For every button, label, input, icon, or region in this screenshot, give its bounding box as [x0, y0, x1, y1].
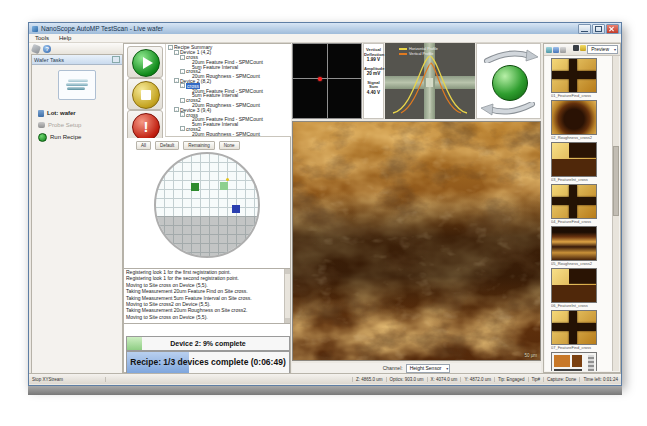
status-segment: Y: 4872.0 um — [460, 377, 494, 382]
thumbnail-caption: 06_FeatureInt_cross — [551, 303, 595, 308]
thumbnail-image-cross[interactable] — [551, 310, 597, 345]
tree-expander-icon[interactable]: - — [180, 69, 185, 74]
wafer-cell-done[interactable] — [191, 183, 199, 191]
detector-crosshair-vertical — [327, 44, 328, 118]
thumbnail-scrollbar[interactable] — [612, 56, 619, 371]
tree-expander-icon[interactable]: - — [180, 112, 185, 117]
view-gold-icon[interactable] — [580, 45, 586, 51]
amplitude-value: 20 mV — [364, 71, 383, 77]
status-left: Stop XYStream — [29, 377, 106, 382]
recipe-summary-tree[interactable]: -Recipe Summary -Device 1 (4,2) -cross 2… — [165, 44, 291, 137]
wafer-cassette-icon — [66, 79, 88, 91]
thumbnail-item[interactable]: 03_FeatureInt_cross — [551, 142, 595, 182]
grid-icon[interactable] — [560, 47, 566, 53]
detector-crosshair-horizontal — [293, 78, 361, 79]
thumbnail-item[interactable]: 05_Roughness_cross2 — [551, 226, 595, 266]
wafer-select-all-button[interactable]: All — [136, 141, 151, 150]
stage-navigation-control — [476, 43, 541, 119]
lot-icon — [38, 110, 44, 117]
wafer-map[interactable] — [154, 152, 260, 258]
status-segment: Optics: 903.0 um — [386, 377, 427, 382]
menu-help[interactable]: Help — [55, 35, 75, 41]
tree-expander-icon[interactable]: - — [180, 83, 185, 88]
thumbnail-caption: 04_FeatureFind_cross — [551, 219, 595, 224]
channel-label: Channel: — [383, 365, 403, 371]
settings-icon[interactable] — [31, 43, 41, 53]
vertical-deflection-label: Vertical Deflection — [364, 48, 383, 57]
status-bar: Stop XYStream Z: 4865.0 um Optics: 903.0… — [29, 373, 621, 384]
thumbnail-caption: 07_FeatureFind_cross — [551, 345, 595, 350]
log-scrollbar[interactable] — [284, 269, 290, 323]
camera-icon[interactable] — [553, 47, 559, 53]
layout-icon[interactable] — [546, 47, 552, 53]
task-item-lot[interactable]: Lot: wafer — [32, 107, 122, 119]
app-window: NanoScope AutoMP TestScan - Live wafer T… — [28, 22, 622, 386]
recipe-progress-bar: Recipe: 1/3 devices complete (0:06:49) — [126, 351, 290, 374]
tree-expander-icon[interactable]: - — [180, 126, 185, 131]
play-icon — [132, 49, 160, 77]
close-button[interactable] — [606, 24, 619, 34]
tree-expander-icon[interactable]: - — [174, 107, 179, 112]
thumbnail-item[interactable]: 04_FeatureFind_cross — [551, 184, 595, 224]
wafer-tasks-panel: Wafer Tasks Lot: wafer Probe Setup Run R… — [31, 54, 123, 375]
tree-expander-icon[interactable]: - — [174, 78, 179, 83]
rotate-right-arrow-icon[interactable] — [482, 48, 538, 63]
status-segment: Time left: 0:01:24 — [579, 377, 621, 382]
preview-panel: Preview 01_FeatureFind_cross 02_Roughnes… — [543, 43, 621, 373]
thumbnail-image-bands[interactable] — [551, 226, 597, 261]
rotate-left-arrow-icon[interactable] — [481, 102, 537, 117]
thumbnail-image-step[interactable] — [551, 142, 597, 177]
thumbnail-image-report[interactable] — [551, 352, 597, 371]
vertical-deflection-value: 1.99 V — [364, 57, 383, 63]
tree-expander-icon[interactable]: - — [174, 50, 179, 55]
wafer-cell-in-progress[interactable] — [220, 182, 228, 190]
wafer-cassette-button[interactable] — [58, 70, 96, 100]
thumbnail-image-cross[interactable] — [551, 184, 597, 219]
thumbnail-item[interactable]: 08_Recipe_Report — [551, 352, 595, 371]
tree-expander-icon[interactable]: - — [168, 45, 173, 50]
preview-mode-select[interactable]: Preview — [587, 45, 618, 54]
tree-expander-icon[interactable]: - — [180, 55, 185, 60]
collapse-panel-icon[interactable] — [112, 56, 120, 63]
tree-row[interactable]: 20um Roughness - SPMCount — [166, 131, 291, 136]
laser-spot — [318, 77, 322, 81]
wafer-current-marker — [226, 178, 229, 181]
channel-select[interactable]: Height Sensor — [406, 364, 451, 373]
wafer-select-default-button[interactable]: Default — [155, 141, 179, 150]
menu-tools[interactable]: Tools — [31, 35, 53, 41]
taskbar[interactable] — [28, 386, 622, 395]
device-progress-label: Device 2: 9% complete — [127, 337, 289, 350]
help-icon[interactable] — [43, 45, 51, 53]
activity-log[interactable]: Registering look 1 for the first registr… — [124, 268, 290, 324]
scrollbar-thumb[interactable] — [613, 146, 619, 216]
stop-button[interactable] — [127, 78, 163, 110]
thumbnail-image-step[interactable] — [551, 268, 597, 303]
maximize-button[interactable] — [592, 24, 605, 34]
task-item-run-recipe[interactable]: Run Recipe — [32, 131, 122, 143]
play-button[interactable] — [127, 46, 163, 78]
thumbnail-image-cross[interactable] — [551, 58, 597, 93]
task-item-probe-setup: Probe Setup — [32, 119, 122, 131]
thumbnail-item[interactable]: 02_Roughness_cross2 — [551, 100, 595, 140]
trackball-sphere[interactable] — [492, 65, 528, 101]
legend-swatch — [399, 48, 407, 50]
thumbnail-caption: 01_FeatureFind_cross — [551, 93, 595, 98]
thumbnail-item[interactable]: 07_FeatureFind_cross — [551, 310, 595, 350]
view-dark-icon[interactable] — [573, 45, 579, 51]
thumbnail-item[interactable]: 06_FeatureInt_cross — [551, 268, 595, 308]
thumbnail-caption: 03_FeatureInt_cross — [551, 177, 595, 182]
minimize-button[interactable] — [578, 24, 591, 34]
status-segment: Capture: Done — [543, 377, 579, 382]
wafer-select-remaining-button[interactable]: Remaining — [183, 141, 215, 150]
thumbnail-caption: 05_Roughness_cross2 — [551, 261, 595, 266]
tree-expander-icon[interactable]: - — [180, 98, 185, 103]
wafer-select-none-button[interactable]: None — [219, 141, 240, 150]
thumbnail-item[interactable]: 01_FeatureFind_cross — [551, 58, 595, 98]
thumbnail-image-roughness[interactable] — [551, 100, 597, 135]
thumbnail-list[interactable]: 01_FeatureFind_cross 02_Roughness_cross2… — [545, 56, 613, 371]
wafer-cell-selected[interactable] — [232, 205, 240, 213]
stop-icon — [132, 81, 160, 109]
title-bar[interactable]: NanoScope AutoMP TestScan - Live wafer — [29, 23, 621, 34]
legend-swatch — [399, 53, 407, 55]
tree-expander-icon — [186, 131, 191, 136]
